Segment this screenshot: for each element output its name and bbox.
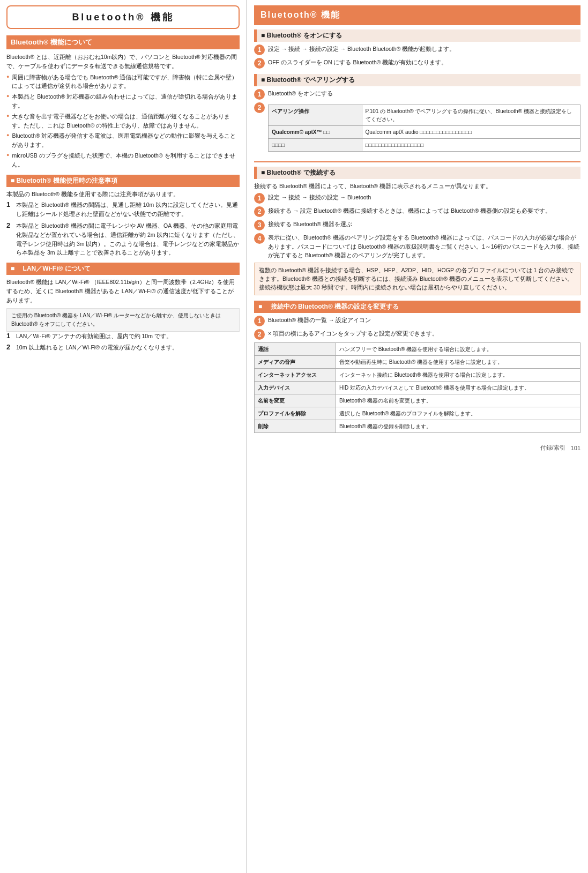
page-title-box: Bluetooth® 機能 [6,5,240,29]
right-s3-step-1: 2 接続する → 設定 Bluetooth® 機器に接続するときは、機器によって… [254,206,580,217]
right-section3-divider [254,161,580,162]
right-s3-step-0: 1 設定 → 接続 → 接続の設定 → Bluetooth [254,193,580,204]
right-section4: ■ 接続中の Bluetooth® 機器の設定を変更する 1 Bluetooth… [254,301,580,433]
table-row-0: ペアリング操作 P.101 の Bluetooth® でペアリングするの操作に従… [269,105,580,126]
bullet-item-4: microUSB のプラグを接続した状態で、本機の Bluetooth® を利用… [6,151,240,169]
right-section2: ■ Bluetooth® でペアリングする 1 Bluetooth® をオンにす… [254,74,580,156]
right-s1-step-1: 2 OFF のスライダーを ON にする Bluetooth® 機能が有効になり… [254,58,580,69]
right-section3-notebox: 複数の Bluetooth® 機器を接続する場合、HSP、HFP、A2DP、HI… [254,263,580,295]
left-section2: ■ Bluetooth® 機能使用時の注意事項 本製品の Bluetooth® … [6,175,240,258]
right-section3-intro: 接続する Bluetooth® 機器によって、Bluetooth® 機器に表示さ… [254,182,580,191]
bullet-item-2: 大きな音を出す電子機器などをお使いの場合は、通信距離が短くなることがあります。た… [6,112,240,130]
left-section1-bullets: 周囲に障害物がある場合でも Bluetooth® 通信は可能ですが、障害物（特に… [6,73,240,169]
trouble-table: 通話 ハンズフリーで Bluetooth® 機器を使用する場合に設定します。 メ… [254,342,580,433]
right-section3-header: ■ Bluetooth® で接続する [254,167,580,179]
right-section3-steps: 1 設定 → 接続 → 接続の設定 → Bluetooth 2 接続する → 設… [254,193,580,260]
right-s1-step-0: 1 設定 → 接続 → 接続の設定 → Bluetooth Bluetooth®… [254,44,580,55]
left-s3-item-0: 1 LAN／Wi-Fi® アンテナの有効範囲は、屋内で約 10m です。 [6,332,240,341]
bullet-item-1: 本製品と Bluetooth® 対応機器の組み合わせによっては、通信が途切れる場… [6,92,240,110]
left-section3-note: ご使用の Bluetooth® 機器を LAN／Wi-Fi® ルーターなどから離… [6,308,240,332]
table-row-2: □□□□ □□□□□□□□□□□□□□□□□□ [269,139,580,152]
left-s2-item-1: 2 本製品と Bluetooth® 機器の間に電子レンジや AV 機器、OA 機… [6,221,240,257]
left-s3-item-1: 2 10m 以上離れると LAN／Wi-Fi® の電波が届かなくなります。 [6,343,240,352]
right-s4-step-0: 1 Bluetooth® 機器の一覧 → 設定アイコン [254,316,580,326]
left-section1: Bluetooth® 機能について Bluetooth® とは、近距離（おおむね… [6,35,240,169]
trouble-row-6: 削除 Bluetooth® 機器の登録を削除します。 [255,420,580,433]
left-section3-intro: Bluetooth® 機能は LAN／Wi-Fi® （IEEE802.11b/g… [6,278,240,304]
left-section2-intro: 本製品の Bluetooth® 機能を使用する際には注意事項があります。 [6,190,240,199]
left-section1-intro: Bluetooth® とは、近距離（おおむね10m以内）で、パソコンと Blue… [6,53,240,71]
trouble-row-0: 通話 ハンズフリーで Bluetooth® 機器を使用する場合に設定します。 [255,343,580,356]
right-s3-step-2: 3 接続する Bluetooth® 機器を選ぶ [254,220,580,230]
page-title: Bluetooth® 機能 [72,12,174,23]
right-s4-step-1: 2 × 項目の横にあるアイコンをタップすると設定が変更できます。 [254,329,580,340]
left-section3: ■ LAN／Wi-Fi® について Bluetooth® 機能は LAN／Wi-… [6,263,240,352]
left-section3-header: ■ LAN／Wi-Fi® について [6,263,240,275]
left-section1-header: Bluetooth® 機能について [6,35,240,49]
right-column: Bluetooth® 機能 ■ Bluetooth® をオンにする 1 設定 →… [247,0,588,873]
left-column: Bluetooth® 機能 Bluetooth® 機能について Bluetoot… [0,0,247,873]
right-section1-steps: 1 設定 → 接続 → 接続の設定 → Bluetooth Bluetooth®… [254,44,580,69]
right-s2-step-0: 1 Bluetooth® をオンにする [254,89,580,100]
trouble-row-4: 名前を変更 Bluetooth® 機器の名前を変更します。 [255,394,580,407]
left-section2-header: ■ Bluetooth® 機能使用時の注意事項 [6,175,240,187]
right-section4-header: ■ 接続中の Bluetooth® 機器の設定を変更する [254,301,580,313]
left-s2-item-0: 1 本製品と Bluetooth® 機器の間隔は、見通し距離 10m 以内に設定… [6,200,240,219]
page-wrapper: Bluetooth® 機能 Bluetooth® 機能について Bluetoot… [0,0,588,873]
right-section2-header: ■ Bluetooth® でペアリングする [254,74,580,86]
right-s2-step-1: 2 ペアリング操作 P.101 の Bluetooth® でペアリングするの操作… [254,102,580,156]
bullet-item-3: Bluetooth® 対応機器が発信する電波は、医用電気機器などの動作に影響を与… [6,131,240,150]
left-section2-items: 1 本製品と Bluetooth® 機器の間隔は、見通し距離 10m 以内に設定… [6,200,240,257]
right-section1-header: ■ Bluetooth® をオンにする [254,29,580,42]
left-section3-items: 1 LAN／Wi-Fi® アンテナの有効範囲は、屋内で約 10m です。 2 1… [6,332,240,353]
page-number: 101 [571,445,580,451]
trouble-row-1: メディアの音声 音楽や動画再生時に Bluetooth® 機器を使用する場合に設… [255,356,580,369]
page-footer: 付録/索引 101 [254,444,580,452]
right-section3: ■ Bluetooth® で接続する 接続する Bluetooth® 機器によっ… [254,161,580,295]
right-s2-table: ペアリング操作 P.101 の Bluetooth® でペアリングするの操作に従… [268,105,580,152]
right-page-header: Bluetooth® 機能 [254,5,580,25]
right-s3-step-3: 4 表示に従い、Bluetooth® 機器のペアリング設定をする Bluetoo… [254,233,580,260]
bullet-item-0: 周囲に障害物がある場合でも Bluetooth® 通信は可能ですが、障害物（特に… [6,73,240,91]
trouble-row-2: インターネットアクセス インターネット接続に Bluetooth® 機器を使用す… [255,369,580,382]
right-section1: ■ Bluetooth® をオンにする 1 設定 → 接続 → 接続の設定 → … [254,29,580,69]
footer-label: 付録/索引 [540,444,565,452]
trouble-row-3: 入力デバイス HID 対応の入力デバイスとして Bluetooth® 機器を使用… [255,382,580,394]
trouble-row-5: プロファイルを解除 選択した Bluetooth® 機器のプロファイルを解除しま… [255,407,580,420]
table-row-1: Qualcomm® aptX™ □□ Qualcomm aptX audio □… [269,126,580,139]
